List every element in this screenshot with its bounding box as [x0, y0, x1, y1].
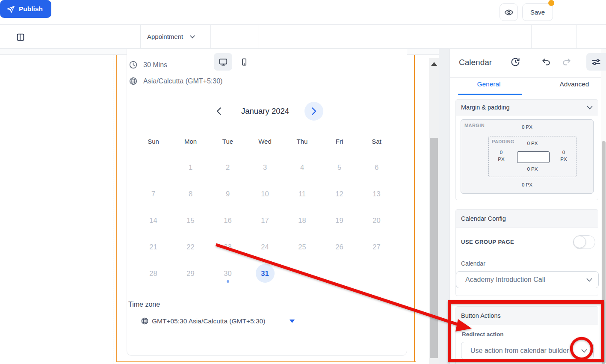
save-button[interactable]: Save [522, 3, 553, 21]
use-group-page-toggle[interactable] [573, 235, 595, 249]
date-number: 4 [293, 158, 312, 177]
calendar-date[interactable]: 4 [284, 154, 321, 181]
canvas-scrollbar-thumb[interactable] [430, 138, 438, 358]
selected-element-outline-left [116, 55, 117, 362]
preview-button[interactable] [500, 3, 518, 21]
margin-bottom-value[interactable]: 0 PX [461, 182, 593, 187]
date-number: 10 [256, 184, 275, 203]
empty-date-cell [321, 260, 358, 287]
calendar-date[interactable]: 22 [172, 234, 209, 260]
globe-icon [129, 77, 138, 86]
page-selector-label: Appointment [147, 33, 183, 40]
calendar-date[interactable]: 26 [321, 234, 358, 260]
calendar-date[interactable]: 2 [209, 154, 246, 181]
date-number: 27 [367, 237, 386, 256]
calendar-date[interactable]: 18 [284, 207, 321, 234]
previous-month-button[interactable] [213, 107, 224, 115]
calendar-date[interactable]: 30 [209, 260, 246, 287]
redirect-action-label: Redirect action [462, 331, 504, 337]
page-selector-dropdown[interactable]: Appointment [147, 33, 195, 40]
calendar-date[interactable]: 27 [358, 234, 395, 260]
calendar-date[interactable]: 7 [135, 181, 172, 207]
canvas-panel-gap [439, 49, 449, 364]
timezone-section-label: Time zone [128, 301, 160, 308]
timezone-selected-value: GMT+05:30 Asia/Calcutta (GMT+5:30) [152, 317, 265, 325]
calendar-date[interactable]: 5 [321, 154, 358, 181]
calendar-date[interactable]: 20 [358, 207, 395, 234]
calendar-config-header-label: Calendar Config [461, 215, 506, 222]
calendar-date[interactable]: 28 [135, 260, 172, 287]
eye-icon [504, 8, 514, 17]
padding-top-value[interactable]: 0 PX [489, 141, 576, 146]
date-number [293, 264, 312, 283]
padding-bottom-value[interactable]: 0 PX [489, 166, 576, 172]
calendar-date[interactable]: 24 [246, 234, 284, 260]
calendar-field-label: Calendar [461, 260, 485, 267]
calendar-date[interactable]: 1 [172, 154, 209, 181]
timezone-selector[interactable]: GMT+05:30 Asia/Calcutta (GMT+5:30) [141, 317, 295, 325]
redo-icon [562, 57, 572, 67]
mobile-view-button[interactable] [236, 53, 252, 71]
history-clock-icon [510, 57, 520, 67]
weekday-label: Fri [321, 135, 358, 148]
next-month-button[interactable] [304, 102, 323, 121]
date-number: 25 [293, 237, 312, 256]
version-history-button[interactable] [510, 56, 521, 68]
panel-scrollbar-thumb[interactable] [602, 141, 606, 364]
undo-button[interactable] [541, 56, 552, 68]
meeting-timezone-text: Asia/Calcutta (GMT+5:30) [143, 77, 222, 85]
padding-right-value[interactable]: 0 [558, 150, 569, 155]
settings-panel-button[interactable] [586, 53, 606, 71]
dropdown-caret-icon [290, 320, 295, 323]
calendar-date[interactable]: 10 [246, 181, 284, 207]
canvas-scrollbar-up-button[interactable] [429, 59, 439, 68]
date-number: 28 [144, 264, 163, 283]
margin-padding-section-header[interactable]: Margin & padding [456, 100, 598, 115]
date-number: 2 [219, 158, 237, 177]
calendar-date[interactable]: 8 [172, 181, 209, 207]
tab-advanced[interactable]: Advanced [540, 80, 606, 88]
selected-element-outline-bottom [116, 361, 416, 362]
tab-general[interactable]: General [455, 80, 523, 88]
calendar-date[interactable]: 14 [135, 207, 172, 234]
calendar-date[interactable]: 19 [321, 207, 358, 234]
publish-button[interactable]: Publish [0, 0, 51, 18]
calendar-date[interactable]: 17 [246, 207, 284, 234]
calendar-date[interactable]: 15 [172, 207, 209, 234]
calendar-date[interactable]: 25 [284, 234, 321, 260]
calendar-config-section: Calendar Config USE GROUP PAGE Calendar … [455, 209, 598, 296]
padding-box-diagram: PADDING 0 PX 0 PX 0 PX 0 PX [488, 136, 576, 177]
selected-element-outline-right [414, 55, 415, 362]
empty-date-cell [358, 260, 395, 287]
date-number: 1 [181, 158, 200, 177]
calendar-date[interactable]: 6 [358, 154, 395, 181]
toolbar-divider [504, 25, 504, 49]
calendar-date[interactable]: 13 [358, 181, 395, 207]
calendar-date[interactable]: 9 [209, 181, 246, 207]
calendar-date[interactable]: 23 [209, 234, 246, 260]
calendar-date[interactable]: 12 [321, 181, 358, 207]
padding-left-value[interactable]: 0 [496, 150, 507, 155]
button-actions-section-header: Button Actions [456, 307, 598, 325]
calendar-date[interactable]: 3 [246, 154, 284, 181]
padding-left-unit: PX [496, 157, 507, 162]
column-guide-line [113, 55, 113, 364]
top-bar: Save Publish [0, 0, 606, 25]
calendar-date[interactable]: 31 [246, 260, 284, 287]
date-number: 9 [219, 184, 237, 203]
element-content-box[interactable] [517, 151, 550, 163]
chevron-down-icon [190, 35, 195, 38]
weekday-header-row: SunMonTueWedThuFriSat [135, 135, 395, 148]
redo-button[interactable] [561, 56, 572, 68]
sliders-icon [591, 57, 601, 67]
calendar-select[interactable]: Academy Introduction Call [456, 271, 599, 288]
date-number: 22 [181, 237, 200, 256]
calendar-date[interactable]: 16 [209, 207, 246, 234]
desktop-view-button[interactable] [214, 53, 232, 71]
calendar-date[interactable]: 21 [135, 234, 172, 260]
margin-top-value[interactable]: 0 PX [461, 124, 593, 130]
redirect-action-select[interactable]: Use action from calendar builder [461, 342, 594, 360]
calendar-date[interactable]: 29 [172, 260, 209, 287]
calendar-date[interactable]: 11 [284, 181, 321, 207]
sidebar-toggle-button[interactable] [15, 32, 26, 42]
